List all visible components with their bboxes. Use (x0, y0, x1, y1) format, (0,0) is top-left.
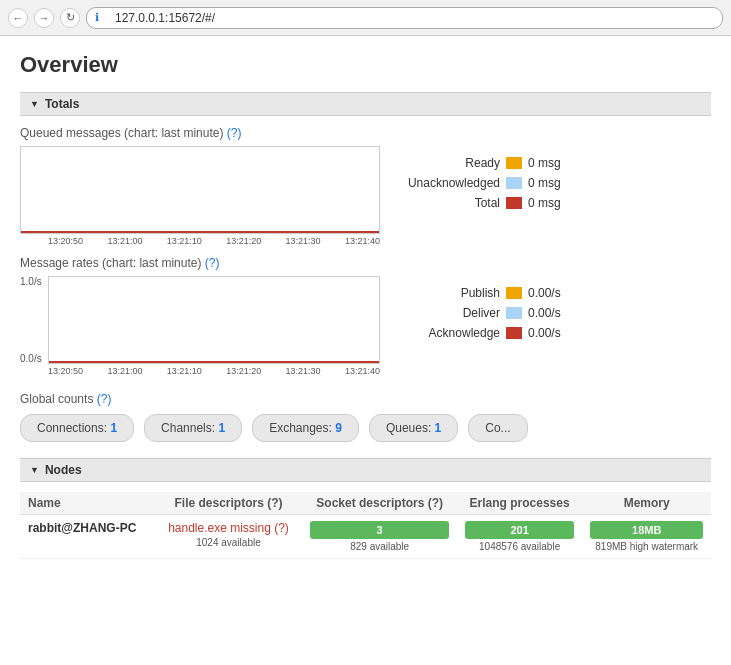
back-button[interactable]: ← (8, 8, 28, 28)
queued-chart-area: 1.0 0.0 13:20:50 13:21:00 13:21:10 13:21… (20, 146, 711, 246)
legend-total: Total 0 msg (400, 196, 576, 210)
legend-deliver: Deliver 0.00/s (400, 306, 576, 320)
col-name: Name (20, 492, 155, 515)
consumers-label: Co... (485, 421, 510, 435)
queues-count: 1 (435, 421, 442, 435)
legend-publish: Publish 0.00/s (400, 286, 576, 300)
queued-legend: Ready 0 msg Unacknowledged 0 msg Total 0… (400, 156, 576, 210)
queues-pill[interactable]: Queues: 1 (369, 414, 458, 442)
erlang-avail: 1048576 available (465, 541, 575, 552)
queued-messages-title: Queued messages (chart: last minute) (?) (20, 126, 711, 140)
totals-label: Totals (45, 97, 79, 111)
chart2-y-bottom: 0.0/s (20, 353, 48, 364)
totals-section-header: ▼ Totals (20, 92, 711, 116)
global-counts-title: Global counts (?) (20, 392, 711, 406)
nodes-table-header: Name File descriptors (?) Socket descrip… (20, 492, 711, 515)
legend-ready: Ready 0 msg (400, 156, 576, 170)
nodes-section: ▼ Nodes Name File descriptors (?) Socket… (20, 458, 711, 559)
socket-bar-wrap: 3 829 available (310, 521, 448, 552)
node-name: rabbit@ZHANG-PC (20, 515, 155, 559)
connections-label: Connections: (37, 421, 110, 435)
chart2-x-labels: 13:20:50 13:21:00 13:21:10 13:21:20 13:2… (48, 366, 380, 376)
publish-color (506, 287, 522, 299)
connections-pill[interactable]: Connections: 1 (20, 414, 134, 442)
nodes-section-header: ▼ Nodes (20, 458, 711, 482)
exchanges-count: 9 (335, 421, 342, 435)
memory-bar-wrap: 18MB 819MB high watermark (590, 521, 703, 552)
col-socket-desc: Socket descriptors (?) (302, 492, 456, 515)
message-rates-title: Message rates (chart: last minute) (?) (20, 256, 711, 270)
legend-unacknowledged: Unacknowledged 0 msg (400, 176, 576, 190)
socket-avail: 829 available (310, 541, 448, 552)
exchanges-pill[interactable]: Exchanges: 9 (252, 414, 359, 442)
reload-button[interactable]: ↻ (60, 8, 80, 28)
page-content: Overview ▼ Totals Queued messages (chart… (0, 36, 731, 591)
lock-icon: ℹ (95, 11, 99, 24)
node-erlang: 201 1048576 available (457, 515, 583, 559)
address-bar[interactable]: ℹ 127.0.0.1:15672/#/ (86, 7, 723, 29)
connections-count: 1 (110, 421, 117, 435)
nodes-table: Name File descriptors (?) Socket descrip… (20, 492, 711, 559)
channels-count: 1 (218, 421, 225, 435)
chart2-y-top: 1.0/s (20, 276, 48, 287)
deliver-color (506, 307, 522, 319)
global-counts-list: Connections: 1 Channels: 1 Exchanges: 9 … (20, 414, 711, 442)
chart1-x-labels: 13:20:50 13:21:00 13:21:10 13:21:20 13:2… (48, 236, 380, 246)
total-color (506, 197, 522, 209)
legend-acknowledge: Acknowledge 0.00/s (400, 326, 576, 340)
channels-label: Channels: (161, 421, 218, 435)
col-file-desc: File descriptors (?) (155, 492, 303, 515)
totals-section: ▼ Totals Queued messages (chart: last mi… (20, 92, 711, 376)
node-socket-desc: 3 829 available (302, 515, 456, 559)
node-memory: 18MB 819MB high watermark (582, 515, 711, 559)
col-memory: Memory (582, 492, 711, 515)
file-desc-status: handle.exe missing (?) (168, 521, 289, 535)
table-row: rabbit@ZHANG-PC handle.exe missing (?) 1… (20, 515, 711, 559)
channels-pill[interactable]: Channels: 1 (144, 414, 242, 442)
rates-chart-area: 1.0/s 0.0/s 13:20:50 13:21:00 13:21:10 1… (20, 276, 711, 376)
ready-color (506, 157, 522, 169)
socket-progress-bar: 3 (310, 521, 448, 539)
ack-color (506, 327, 522, 339)
global-counts-section: Global counts (?) Connections: 1 Channel… (20, 392, 711, 442)
nodes-collapse-icon: ▼ (30, 465, 39, 475)
consumers-pill[interactable]: Co... (468, 414, 527, 442)
rates-chart-container: 1.0/s 0.0/s 13:20:50 13:21:00 13:21:10 1… (20, 276, 380, 376)
col-erlang: Erlang processes (457, 492, 583, 515)
erlang-progress-bar: 201 (465, 521, 575, 539)
memory-progress-bar: 18MB (590, 521, 703, 539)
chart1-baseline (21, 231, 379, 233)
browser-bar: ← → ↻ ℹ 127.0.0.1:15672/#/ (0, 0, 731, 36)
chart2-baseline (49, 361, 379, 363)
page-title: Overview (20, 52, 711, 78)
erlang-bar-wrap: 201 1048576 available (465, 521, 575, 552)
file-desc-avail: 1024 available (196, 537, 261, 548)
queues-label: Queues: (386, 421, 435, 435)
address-text: 127.0.0.1:15672/#/ (115, 11, 215, 25)
memory-sub: 819MB high watermark (590, 541, 703, 552)
queued-chart-container: 1.0 0.0 13:20:50 13:21:00 13:21:10 13:21… (20, 146, 380, 246)
rates-legend: Publish 0.00/s Deliver 0.00/s Acknowledg… (400, 286, 576, 340)
exchanges-label: Exchanges: (269, 421, 335, 435)
collapse-triangle-icon: ▼ (30, 99, 39, 109)
forward-button[interactable]: → (34, 8, 54, 28)
nodes-label: Nodes (45, 463, 82, 477)
node-file-desc: handle.exe missing (?) 1024 available (155, 515, 303, 559)
unack-color (506, 177, 522, 189)
